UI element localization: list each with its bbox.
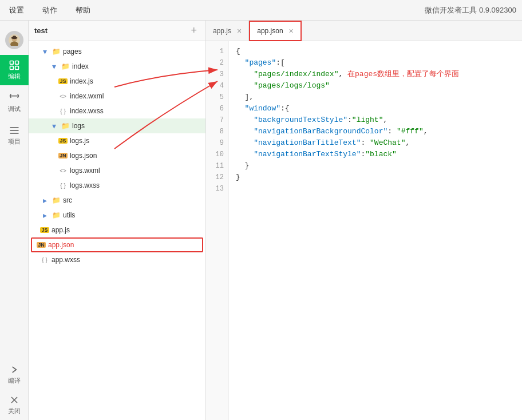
indexwxml-label: index.wxml	[70, 92, 205, 100]
tabs-bar: app.js × app.json ×	[206, 21, 522, 41]
ln-12: 12	[206, 172, 228, 183]
sidebar-debug-label: 调试	[8, 105, 21, 113]
js-icon-logsjs: JS	[58, 136, 68, 145]
avatar-item[interactable]	[0, 26, 29, 55]
tree-file-logsjson[interactable]: JN logs.json	[29, 148, 205, 163]
tab-appjson-close[interactable]: ×	[289, 26, 294, 35]
logsjs-label: logs.js	[70, 137, 205, 145]
file-tree: ▾ 📁 pages ▾ 📁 index JS index.js <> index…	[29, 41, 205, 420]
folder-expand-icon-utils: ▸	[40, 211, 49, 220]
wxml-icon-logswxml: <>	[58, 166, 68, 175]
tree-file-appjson[interactable]: JN app.json	[31, 237, 203, 252]
menu-help[interactable]: 帮助	[72, 3, 94, 18]
logs-label: logs	[72, 122, 205, 130]
index-label: index	[72, 62, 205, 70]
ln-8: 8	[206, 126, 228, 137]
main-layout: 编辑 调试 项目 编译	[0, 21, 522, 420]
code-line-11: }	[236, 160, 515, 172]
tree-folder-logs[interactable]: ▾ 📁 logs	[29, 118, 205, 133]
tree-folder-pages[interactable]: ▾ 📁 pages	[29, 44, 205, 59]
code-line-7: "backgroundTextStyle":"light",	[236, 114, 515, 126]
project-name: test	[34, 26, 188, 35]
code-line-12: }	[236, 172, 515, 183]
code-line-4: "pages/logs/logs"	[236, 80, 515, 92]
sidebar-item-edit[interactable]: 编辑	[0, 55, 29, 85]
tree-folder-src[interactable]: ▸ 📁 src	[29, 193, 205, 208]
tree-file-logswxss[interactable]: { } logs.wxss	[29, 178, 205, 193]
logsjson-label: logs.json	[70, 152, 205, 160]
js-icon-appjs: JS	[40, 225, 49, 235]
tree-folder-utils[interactable]: ▸ 📁 utils	[29, 208, 205, 223]
svg-rect-5	[10, 61, 13, 65]
tree-file-appjs[interactable]: JS app.js	[29, 223, 205, 237]
folder-expand-icon-logs: ▾	[49, 121, 58, 130]
ln-5: 5	[206, 92, 228, 103]
menu-actions[interactable]: 动作	[39, 3, 61, 18]
json-icon-logsjson: JN	[58, 151, 68, 160]
svg-rect-4	[12, 36, 15, 39]
sidebar-icons: 编辑 调试 项目 编译	[0, 21, 29, 420]
appjson-label: app.json	[48, 241, 202, 249]
tree-file-logswxml[interactable]: <> logs.wxml	[29, 163, 205, 178]
ln-6: 6	[206, 103, 228, 114]
sidebar-close-label: 关闭	[8, 407, 21, 415]
folder-icon-index: 📁	[61, 62, 70, 71]
tree-file-indexwxss[interactable]: { } index.wxss	[29, 104, 205, 118]
folder-expand-icon-src: ▸	[40, 196, 49, 205]
code-line-3: "pages/index/index", 在pages数组里，配置了每个界面	[236, 69, 515, 80]
code-line-1: {	[236, 46, 515, 57]
tab-appjs[interactable]: app.js ×	[206, 21, 249, 41]
sidebar-item-compile[interactable]: 编译	[0, 359, 29, 390]
ln-1: 1	[206, 46, 228, 57]
tree-file-indexjs[interactable]: JS index.js	[29, 74, 205, 89]
src-label: src	[63, 196, 205, 204]
menu-settings[interactable]: 设置	[6, 3, 27, 18]
editor-with-arrows: 1 2 3 4 5 6 7 8 9 10 11 12 13 { "pages":	[206, 41, 522, 420]
sidebar-item-close[interactable]: 关闭	[0, 390, 29, 420]
wxss-icon-indexwxss: { }	[58, 106, 68, 116]
sidebar-item-project[interactable]: 项目	[0, 120, 29, 150]
indexjs-label: index.js	[70, 77, 205, 85]
logswxss-label: logs.wxss	[70, 181, 205, 189]
file-tree-panel: test + ▾ 📁 pages ▾ 📁 index JS index.js	[29, 21, 206, 420]
tree-file-indexwxml[interactable]: <> index.wxml	[29, 89, 205, 104]
code-editor[interactable]: 1 2 3 4 5 6 7 8 9 10 11 12 13 { "pages":	[206, 41, 522, 420]
ln-4: 4	[206, 80, 228, 92]
add-file-button[interactable]: +	[188, 25, 200, 37]
folder-icon-utils: 📁	[52, 211, 61, 220]
tab-appjson-label: app.json	[257, 27, 283, 35]
code-line-5: ],	[236, 92, 515, 103]
sidebar-item-debug[interactable]: 调试	[0, 88, 29, 118]
tree-file-logsjs[interactable]: JS logs.js	[29, 133, 205, 148]
ln-13: 13	[206, 183, 228, 195]
file-tree-header: test +	[29, 21, 205, 41]
appwxss-label: app.wxss	[52, 256, 205, 264]
folder-icon-src: 📁	[52, 196, 61, 205]
folder-icon-pages: 📁	[52, 47, 61, 56]
svg-rect-7	[10, 66, 13, 70]
folder-expand-icon: ▾	[40, 47, 49, 56]
tab-appjs-close[interactable]: ×	[237, 26, 242, 35]
js-icon-indexjs: JS	[58, 77, 68, 86]
menu-bar: 设置 动作 帮助 微信开发者工具 0.9.092300	[0, 0, 522, 21]
tree-file-appwxss[interactable]: { } app.wxss	[29, 252, 205, 267]
editor-area: app.js × app.json × 1 2 3 4 5 6 7 8	[206, 21, 522, 420]
avatar	[5, 31, 23, 49]
svg-rect-6	[15, 61, 18, 65]
sidebar-compile-label: 编译	[8, 377, 21, 385]
tree-folder-index[interactable]: ▾ 📁 index	[29, 59, 205, 74]
appjs-label: app.js	[52, 226, 205, 234]
code-line-9: "navigationBarTitleText": "WeChat",	[236, 137, 515, 149]
pages-label: pages	[63, 47, 205, 56]
code-content: { "pages":[ "pages/index/index", 在pages数…	[229, 41, 522, 420]
folder-icon-logs: 📁	[61, 121, 70, 130]
json-icon-appjson: JN	[37, 240, 46, 249]
indexwxss-label: index.wxss	[70, 107, 205, 115]
tab-appjson[interactable]: app.json ×	[249, 21, 302, 41]
logswxml-label: logs.wxml	[70, 167, 205, 175]
tab-appjs-label: app.js	[213, 27, 231, 35]
code-line-10: "navigationBarTextStyle":"black"	[236, 149, 515, 160]
wxml-icon-indexwxml: <>	[58, 92, 68, 101]
ln-9: 9	[206, 137, 228, 149]
code-line-8: "navigationBarBackgroundColor": "#fff",	[236, 126, 515, 137]
